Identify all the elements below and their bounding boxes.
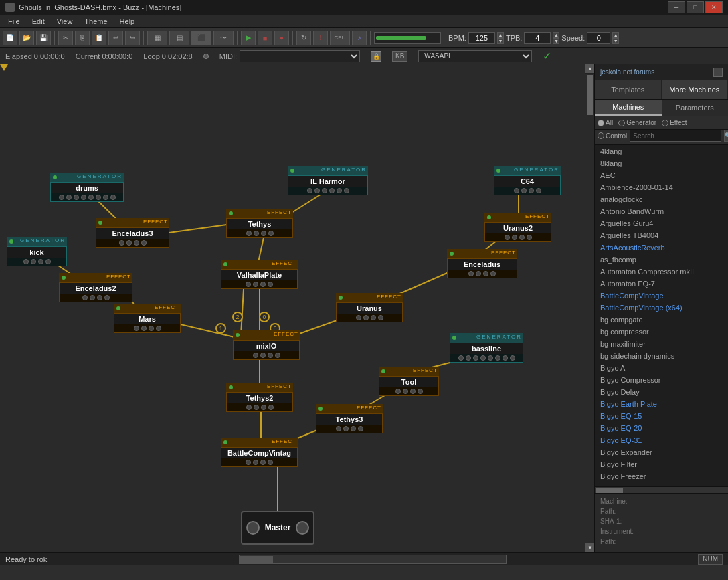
master-knob-right[interactable] [296,521,309,535]
tab-templates[interactable]: Templates [595,80,662,99]
list-item[interactable]: Bigyo Expander [595,446,728,458]
panel-hscroll[interactable] [713,68,723,77]
list-hscroll-thumb[interactable] [596,488,623,493]
list-item[interactable]: Bigyo EQ-20 [595,422,728,434]
machine-bassline[interactable]: GENERATOR bassline [450,333,523,363]
machine-tethys2[interactable]: EFFECT Tethys2 [226,383,293,412]
tab-more-machines[interactable]: More Machines [662,80,729,99]
midi-select[interactable] [240,50,360,62]
machine-tethys[interactable]: EFFECT Tethys [226,209,293,238]
list-item[interactable]: Bigyo Compressor [595,374,728,386]
audio-device-select[interactable]: WASAPI [418,50,532,62]
list-item[interactable]: Automaton Compressor mkII [595,266,728,278]
list-item[interactable]: Antonio BandWurm [595,205,728,217]
bpm-spinner[interactable]: ▲ ▼ [497,32,504,44]
cpu-button[interactable]: CPU [330,31,350,45]
midi-button[interactable]: ♪ [352,31,367,45]
open-button[interactable]: 📂 [19,31,34,45]
list-item[interactable]: 8klang [595,157,728,169]
list-item[interactable]: Automaton EQ-7 [595,278,728,290]
list-item[interactable]: Arguelles TB4004 [595,229,728,241]
subtab-machines[interactable]: Machines [595,100,662,116]
tpb-up[interactable]: ▲ [553,32,559,38]
menu-file[interactable]: File [3,17,25,26]
filter-effect[interactable]: Effect [662,119,687,126]
machine-tethys3[interactable]: EFFECT Tethys3 [316,404,383,433]
filter-all[interactable]: All [598,119,613,126]
machines-button[interactable]: ⬛ [191,31,211,45]
list-item[interactable]: Bigyo EQ-31 [595,434,728,446]
list-item[interactable]: Bigyo EQ-15 [595,410,728,422]
list-item[interactable]: BattleCompVintage [595,290,728,302]
machine-mars[interactable]: EFFECT Mars [114,304,181,333]
lock-icon[interactable]: 🔒 [371,51,381,62]
speed-spinner[interactable]: ▲ ▼ [612,32,619,44]
machine-canvas[interactable]: 1 2 0 6 GENERATOR drums [0,64,594,552]
copy-button[interactable]: ⎘ [75,31,90,45]
machine-enceladus3[interactable]: EFFECT Enceladus3 [96,218,169,248]
list-item[interactable]: Arguelles Guru4 [595,217,728,229]
menu-help[interactable]: Help [114,17,141,26]
loop-button[interactable]: ↻ [296,31,311,45]
menu-theme[interactable]: Theme [79,17,112,26]
list-item[interactable]: 4klang [595,145,728,157]
list-item[interactable]: AEC [595,169,728,181]
canvas-vscrollbar[interactable]: ▲ ▼ [585,64,594,552]
maximize-button[interactable]: □ [687,1,704,13]
paste-button[interactable]: 📋 [92,31,106,45]
cut-button[interactable]: ✂ [58,31,73,45]
list-item[interactable]: Bigyo Filter [595,458,728,470]
play-button[interactable]: ▶ [241,31,256,45]
machine-kick[interactable]: GENERATOR kick [7,237,67,266]
panic-button[interactable]: ! [313,31,328,45]
tpb-down[interactable]: ▼ [553,38,559,44]
seq-button[interactable]: ▤ [169,31,189,45]
record-button[interactable]: ● [274,31,289,45]
bpm-up[interactable]: ▲ [497,32,504,38]
save-button[interactable]: 💾 [36,31,51,45]
machine-mixio[interactable]: EFFECT mixIO [233,330,300,360]
list-item[interactable]: Bigyo A [595,362,728,374]
vscroll-up[interactable]: ▲ [585,64,594,74]
list-item[interactable]: bg compgate [595,314,728,326]
search-input[interactable] [630,130,721,142]
new-button[interactable]: 📄 [3,31,17,45]
speed-down[interactable]: ▼ [612,38,619,44]
list-item[interactable]: Bigyo Freezer [595,470,728,482]
subtab-parameters[interactable]: Parameters [662,100,729,116]
machine-il-harmor[interactable]: GENERATOR IL Harmor [288,166,368,195]
machine-battlecomp[interactable]: EFFECT BattleCompVintag [221,438,298,467]
list-item[interactable]: as_fbcomp [595,254,728,266]
search-button[interactable]: 🔍 [724,130,728,142]
list-item[interactable]: bg maxilimiter [595,338,728,350]
close-button[interactable]: ✕ [705,1,723,13]
machine-c64[interactable]: GENERATOR C64 [494,166,561,195]
vscroll-down[interactable]: ▼ [585,543,594,552]
machine-tool[interactable]: EFFECT Tool [379,367,439,396]
vscroll-thumb[interactable] [587,75,593,115]
minimize-button[interactable]: ─ [668,1,685,13]
list-item[interactable]: Bigyo Delay [595,386,728,398]
filter-generator[interactable]: Generator [618,119,656,126]
list-item[interactable]: bg sidechain dynamics [595,350,728,362]
pattern-button[interactable]: ▦ [147,31,167,45]
machine-enceladus[interactable]: EFFECT Enceladus [447,249,517,278]
hscroll-thumb[interactable] [240,556,273,564]
master-knob-left[interactable] [246,521,260,535]
machine-drums[interactable]: GENERATOR drums [50,173,124,202]
bpm-value[interactable]: 125 [468,32,495,44]
machine-enceladus2[interactable]: EFFECT Enceladus2 [59,273,132,302]
undo-button[interactable]: ↩ [108,31,123,45]
stop-button[interactable]: ■ [258,31,272,45]
list-item[interactable]: ArtsAcousticReverb [595,241,728,254]
machine-uranus[interactable]: EFFECT Uranus [336,293,403,322]
wavetable-button[interactable]: 〜 [213,31,234,45]
list-item[interactable]: BattleCompVintage (x64) [595,302,728,314]
machine-master[interactable]: Master [241,511,314,545]
menu-edit[interactable]: Edit [27,17,50,26]
bpm-down[interactable]: ▼ [497,38,504,44]
machine-uranus2[interactable]: EFFECT Uranus2 [484,213,551,242]
list-hscrollbar[interactable] [595,486,728,493]
machine-valhallaplate[interactable]: EFFECT ValhallaPlate [221,260,298,289]
menu-view[interactable]: View [52,17,78,26]
